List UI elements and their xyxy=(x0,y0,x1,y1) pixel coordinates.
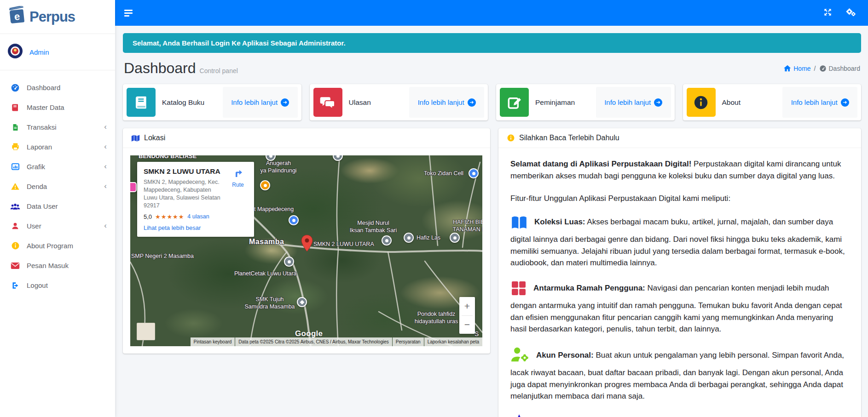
chevron-left-icon: ‹ xyxy=(104,182,107,190)
chevron-left-icon: ‹ xyxy=(104,222,107,229)
map-data-credit: Data peta ©2025 Citra ©2025 Airbus, CNES… xyxy=(235,337,392,346)
keyboard-shortcuts-link[interactable]: Pintasan keyboard xyxy=(191,337,235,346)
brand-logo[interactable]: e Perpus xyxy=(0,0,115,34)
map-mosque-marker[interactable] xyxy=(382,235,392,246)
reviews-link[interactable]: 4 ulasan xyxy=(187,213,209,220)
map-label: SMK Tujuh Samudra Masamba xyxy=(240,296,300,310)
user-panel: Admin xyxy=(0,34,115,70)
map-poi-marker[interactable] xyxy=(260,180,270,190)
sidebar-item-denda[interactable]: Denda ‹ xyxy=(0,177,115,196)
info-circle-icon xyxy=(9,241,21,250)
map-label: S xyxy=(475,330,479,338)
arrow-right-icon: ➜ xyxy=(281,98,289,107)
map-store-marker[interactable] xyxy=(130,182,137,192)
fullscreen-icon[interactable] xyxy=(823,8,832,18)
chevron-left-icon: ‹ xyxy=(104,162,107,170)
zoom-in-button[interactable]: + xyxy=(459,297,475,315)
google-logo[interactable]: Google xyxy=(295,329,323,338)
feature-ulasan-interaktif: Ulasan Interaktif: Bagikan pendapat Anda… xyxy=(510,413,849,417)
eperpus-book-icon: e xyxy=(7,6,28,28)
feature-antarmuka: Antarmuka Ramah Pengguna: Navigasi dan p… xyxy=(510,280,849,335)
route-button[interactable]: Rute xyxy=(226,167,249,188)
readme-panel-header: Silahkan Baca Terlebih Dahulu xyxy=(498,128,861,148)
users-icon xyxy=(9,202,21,211)
zoom-out-button[interactable]: − xyxy=(459,316,475,334)
map-label: PlanetCetak Luwu Utara xyxy=(234,270,297,278)
map-label: Mesjid Nurul Iksan Tambak Sari xyxy=(346,220,401,234)
welcome-paragraph: Selamat datang di Aplikasi Perpustakaan … xyxy=(510,158,849,182)
terms-link[interactable]: Persyaratan xyxy=(393,337,424,346)
card-ulasan: Ulasan Info lebih lanjut➜ xyxy=(310,84,488,120)
place-rating: 5,0 xyxy=(144,213,152,220)
map-place-card: SMKN 2 LUWU UTARA SMKN 2, Mappedeceng, K… xyxy=(137,162,254,237)
location-panel-header: Lokasi xyxy=(123,128,490,148)
map-label: SMP Negeri 2 Masamba xyxy=(131,253,194,260)
arrow-right-icon: ➜ xyxy=(841,98,849,107)
tachometer-icon xyxy=(9,83,21,92)
breadcrumb-current: Dashboard xyxy=(819,65,861,72)
breadcrumb: Home / Dashboard xyxy=(784,65,860,72)
sidebar-item-logout[interactable]: Logout xyxy=(0,275,115,295)
readme-panel: Silahkan Baca Terlebih Dahulu Selamat da… xyxy=(498,128,861,417)
features-heading: Fitur-fitur Unggulan Aplikasi Perpustaka… xyxy=(510,193,849,205)
map-poi-marker[interactable] xyxy=(284,257,294,267)
card-katalog-buku-link[interactable]: Info lebih lanjut➜ xyxy=(231,98,289,107)
chevron-left-icon: ‹ xyxy=(104,123,107,131)
map-poi-marker[interactable] xyxy=(450,233,460,243)
map-icon xyxy=(131,134,140,142)
sidebar-item-data-user[interactable]: Data User xyxy=(0,196,115,216)
file-icon xyxy=(9,123,21,132)
sidebar-item-master-data[interactable]: Master Data xyxy=(0,97,115,117)
user-name-link[interactable]: Admin xyxy=(29,48,49,56)
arrow-right-icon: ➜ xyxy=(654,98,662,107)
sidebar-item-user[interactable]: User ‹ xyxy=(0,216,115,236)
user-icon xyxy=(9,222,21,230)
card-ulasan-link[interactable]: Info lebih lanjut➜ xyxy=(418,98,476,107)
place-address: SMKN 2, Mappedeceng, Kec. Mappedeceng, K… xyxy=(144,178,223,210)
content: Selamat, Anda Berhasil Login Ke Aplikasi… xyxy=(115,26,868,417)
gears-icon[interactable] xyxy=(845,7,856,18)
sidebar-item-dashboard[interactable]: Dashboard xyxy=(0,78,115,97)
book-icon xyxy=(9,103,21,112)
summary-cards: Katalog Buku Info lebih lanjut➜ Ulasan I… xyxy=(123,84,861,120)
map-zoom-control: + − xyxy=(459,297,475,334)
sidebar-toggle-button[interactable] xyxy=(124,10,133,17)
sidebar-item-about-program[interactable]: About Program xyxy=(0,236,115,256)
map-label: Pondok tahfidz hidayatullah uras xyxy=(409,311,463,325)
report-error-link[interactable]: Laporkan kesalahan peta xyxy=(424,337,482,346)
top-navbar xyxy=(115,0,868,26)
map-attribution: Pintasan keyboard Data peta ©2025 Citra … xyxy=(191,337,482,346)
card-peminjaman-link[interactable]: Info lebih lanjut➜ xyxy=(604,98,662,107)
sidebar-item-pesan-masuk[interactable]: Pesan Masuk xyxy=(0,256,115,275)
login-success-alert: Selamat, Anda Berhasil Login Ke Aplikasi… xyxy=(123,33,861,53)
card-peminjaman: Peminjaman Info lebih lanjut➜ xyxy=(496,84,675,120)
map-shop-marker[interactable] xyxy=(289,215,299,225)
feature-akun-personal: Akun Personal: Buat akun untuk pengalama… xyxy=(510,346,849,402)
warning-icon xyxy=(9,182,21,191)
map-label: Hafiz Las xyxy=(417,234,440,242)
sidebar-menu: Dashboard Master Data Transaksi ‹ Lapora… xyxy=(0,70,115,295)
card-about-link[interactable]: Info lebih lanjut➜ xyxy=(791,98,849,107)
main-area: Selamat, Anda Berhasil Login Ke Aplikasi… xyxy=(115,0,868,417)
location-panel: Lokasi xyxy=(123,128,490,354)
breadcrumb-home-link[interactable]: Home xyxy=(784,65,810,72)
map-shop-marker[interactable] xyxy=(469,168,479,178)
info-circle-icon xyxy=(507,134,515,142)
map-pin-marker[interactable] xyxy=(301,234,313,254)
feature-koleksi-luas: Koleksi Luas: Akses berbagai macam buku,… xyxy=(510,216,849,269)
dashboard-icon xyxy=(819,65,827,72)
app-root: e Perpus Admin Dashboard xyxy=(0,0,868,417)
map-label-city: Masamba xyxy=(249,237,284,246)
sidebar-item-laporan[interactable]: Laporan ‹ xyxy=(0,137,115,157)
map-canvas[interactable]: BENDUNG BALIASE Anugerah ya Palindrungi … xyxy=(130,155,482,346)
map-label: HAFIZH BIBIT TANAMAN BU xyxy=(441,219,482,233)
map-label: SMKN 2 LUWU UTARA xyxy=(313,241,374,248)
map-poi-marker[interactable] xyxy=(404,233,414,243)
readme-content: Selamat datang di Aplikasi Perpustakaan … xyxy=(498,148,861,417)
open-book-icon xyxy=(510,216,528,234)
larger-map-link[interactable]: Lihat peta lebih besar xyxy=(144,224,248,231)
sidebar-item-transaksi[interactable]: Transaksi ‹ xyxy=(0,117,115,137)
sidebar-item-grafik[interactable]: Grafik ‹ xyxy=(0,157,115,177)
sidebar: e Perpus Admin Dashboard xyxy=(0,0,115,417)
comments-icon xyxy=(313,88,342,117)
